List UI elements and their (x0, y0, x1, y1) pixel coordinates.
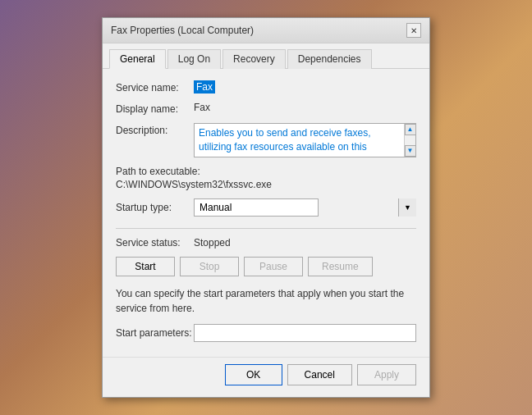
scroll-up-button[interactable]: ▲ (405, 124, 416, 135)
bottom-buttons-row: OK Cancel Apply (103, 357, 429, 397)
startup-type-label: Startup type: (116, 202, 194, 213)
service-status-label: Service status: (116, 237, 194, 249)
ok-button[interactable]: OK (225, 364, 282, 385)
tab-bar: General Log On Recovery Dependencies (103, 43, 429, 69)
start-params-label: Start parameters: (116, 327, 194, 339)
tab-dependencies[interactable]: Dependencies (287, 49, 372, 69)
description-text: Enables you to send and receive faxes, u… (199, 126, 411, 157)
dropdown-arrow-icon: ▼ (398, 198, 416, 217)
dialog-title: Fax Properties (Local Computer) (111, 25, 254, 36)
scroll-down-button[interactable]: ▼ (405, 145, 416, 157)
tab-recovery[interactable]: Recovery (222, 49, 286, 69)
description-label: Description: (116, 123, 194, 136)
start-params-row: Start parameters: (116, 324, 416, 342)
service-name-value: Fax (194, 80, 215, 93)
path-label: Path to executable: (116, 166, 416, 177)
close-button[interactable]: ✕ (406, 23, 421, 38)
start-button[interactable]: Start (116, 257, 175, 276)
apply-button[interactable]: Apply (357, 364, 416, 385)
pause-button[interactable]: Pause (244, 257, 303, 276)
description-box: Enables you to send and receive faxes, u… (194, 123, 416, 157)
display-name-label: Display name: (116, 102, 194, 115)
service-control-buttons: Start Stop Pause Resume (116, 257, 416, 276)
description-scrollbar: ▲ ▼ (404, 124, 415, 157)
startup-type-wrapper: Manual Automatic Automatic (Delayed Star… (194, 198, 416, 217)
startup-type-select[interactable]: Manual Automatic Automatic (Delayed Star… (194, 198, 319, 217)
tab-general[interactable]: General (109, 49, 166, 69)
dialog-content: Service name: Fax Display name: Fax Desc… (103, 69, 429, 357)
divider (116, 228, 416, 229)
service-status-row: Service status: Stopped (116, 237, 416, 249)
path-value: C:\WINDOWS\system32\fxssvc.exe (116, 179, 416, 190)
service-status-value: Stopped (194, 237, 231, 249)
fax-properties-dialog: Fax Properties (Local Computer) ✕ Genera… (102, 17, 430, 398)
title-bar: Fax Properties (Local Computer) ✕ (103, 18, 429, 43)
service-name-row: Service name: Fax (116, 80, 416, 93)
cancel-button[interactable]: Cancel (287, 364, 352, 385)
description-row: Description: Enables you to send and rec… (116, 123, 416, 157)
service-name-label: Service name: (116, 80, 194, 93)
resume-button[interactable]: Resume (308, 257, 373, 276)
start-params-input[interactable] (194, 324, 416, 342)
display-name-row: Display name: Fax (116, 102, 416, 115)
stop-button[interactable]: Stop (180, 257, 239, 276)
startup-type-row: Startup type: Manual Automatic Automatic… (116, 198, 416, 217)
tab-logon[interactable]: Log On (167, 49, 221, 69)
path-section: Path to executable: C:\WINDOWS\system32\… (116, 166, 416, 190)
info-text: You can specify the start parameters tha… (116, 286, 416, 316)
display-name-value: Fax (194, 102, 210, 113)
